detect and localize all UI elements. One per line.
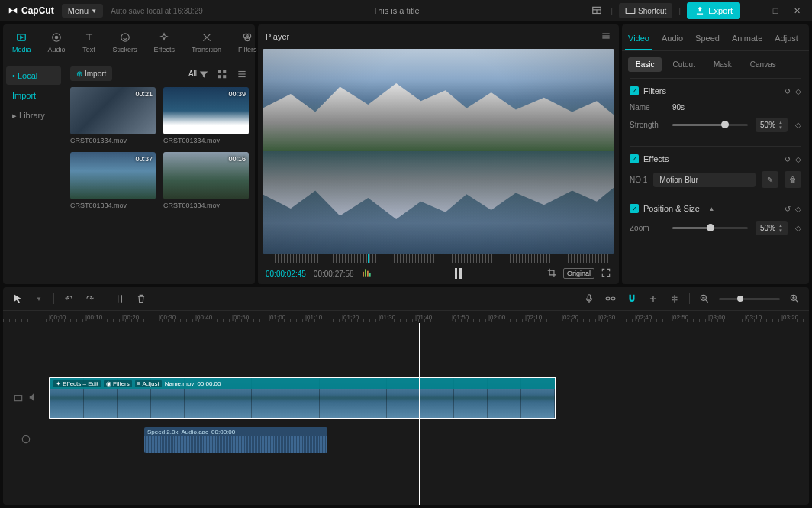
delete-icon[interactable] bbox=[134, 292, 148, 306]
expand-icon[interactable]: ▲ bbox=[709, 205, 715, 212]
select-dropdown[interactable]: ▼ bbox=[32, 292, 46, 306]
snap-icon[interactable] bbox=[646, 292, 660, 306]
import-button[interactable]: ⊕ Import bbox=[70, 66, 112, 81]
reset-icon[interactable]: ↺ bbox=[785, 87, 791, 95]
track-mute-icon[interactable] bbox=[28, 392, 39, 404]
split-icon[interactable] bbox=[113, 292, 127, 306]
tab-animate[interactable]: Animate bbox=[729, 31, 765, 50]
zoom-slider[interactable] bbox=[672, 227, 748, 229]
svg-rect-15 bbox=[223, 75, 226, 78]
export-button[interactable]: Export bbox=[687, 2, 740, 19]
audio-track-icon[interactable] bbox=[21, 434, 31, 446]
effect-name: Motion Blur bbox=[653, 173, 756, 187]
sidebar-local[interactable]: • Local bbox=[6, 66, 61, 85]
sidebar-library[interactable]: ▸ Library bbox=[6, 106, 61, 125]
subtab-canvas[interactable]: Canvas bbox=[743, 57, 784, 72]
media-item[interactable]: 00:37CRST001334.mov bbox=[70, 152, 156, 209]
reset-icon[interactable]: ↺ bbox=[785, 205, 791, 213]
timeline-tracks: ✦ Effects – Edit ◉ Filters ≡ Adjust Name… bbox=[3, 323, 809, 505]
close-button[interactable]: ✕ bbox=[789, 3, 804, 18]
strength-value[interactable]: 50%▲▼ bbox=[756, 118, 788, 132]
view-grid-icon[interactable] bbox=[215, 69, 229, 79]
keyframe-icon[interactable]: ◇ bbox=[795, 205, 801, 213]
keyframe-icon[interactable]: ◇ bbox=[795, 87, 801, 95]
media-item[interactable]: 00:16CRST001334.mov bbox=[163, 152, 249, 209]
menu-button[interactable]: Menu ▼ bbox=[62, 4, 103, 18]
keyframe-icon[interactable]: ◇ bbox=[795, 224, 801, 232]
keyframe-icon[interactable]: ◇ bbox=[795, 121, 801, 129]
reset-icon[interactable]: ↺ bbox=[785, 155, 791, 163]
strength-label: Strength bbox=[630, 121, 665, 129]
inspector-subtabs: Basic Cutout Mask Canvas bbox=[622, 51, 809, 78]
subtab-cutout[interactable]: Cutout bbox=[665, 57, 702, 72]
undo-icon[interactable]: ↶ bbox=[62, 292, 76, 306]
edit-effect-icon[interactable]: ✎ bbox=[762, 171, 778, 188]
link-icon[interactable] bbox=[604, 292, 617, 306]
media-icon bbox=[14, 31, 28, 44]
tab-filters[interactable]: Filters bbox=[235, 29, 260, 55]
keyframe-icon[interactable]: ◇ bbox=[795, 155, 801, 163]
filter-all[interactable]: All bbox=[188, 69, 209, 79]
aspect-original[interactable]: Original bbox=[563, 268, 594, 279]
strength-slider[interactable] bbox=[672, 124, 748, 126]
name-label: Name bbox=[630, 103, 665, 112]
svg-rect-22 bbox=[362, 272, 364, 277]
layout-icon[interactable] bbox=[589, 3, 604, 18]
effects-icon bbox=[157, 31, 171, 44]
tab-audio[interactable]: Audio bbox=[659, 31, 686, 50]
timeline-ruler[interactable]: |00:00|00:10|00:20|00:30|00:40|00:50|01:… bbox=[3, 311, 809, 323]
tab-speed[interactable]: Speed bbox=[692, 31, 723, 50]
media-item[interactable]: 00:21CRST001334.mov bbox=[70, 87, 156, 144]
zoom-in-icon[interactable] bbox=[788, 292, 801, 306]
section-position: ✓ Position & Size ▲ ↺◇ Zoom 50%▲▼ ◇ bbox=[630, 196, 801, 249]
zoom-value[interactable]: 50%▲▼ bbox=[756, 221, 788, 235]
delete-effect-icon[interactable]: 🗑 bbox=[785, 171, 801, 188]
magnet-icon[interactable] bbox=[625, 292, 639, 306]
media-item[interactable]: 00:39CRST001334.mov bbox=[163, 87, 249, 144]
video-clip[interactable]: ✦ Effects – Edit ◉ Filters ≡ Adjust Name… bbox=[49, 377, 556, 419]
playhead[interactable] bbox=[419, 323, 420, 505]
tab-stickers[interactable]: Stickers bbox=[110, 29, 140, 55]
project-title[interactable]: This is a title bbox=[211, 6, 582, 15]
timeline-zoom-slider[interactable] bbox=[719, 298, 780, 300]
minimize-button[interactable]: ─ bbox=[746, 3, 762, 18]
audio-clip[interactable]: Speed 2.0x Audio.aac 00:00:00 bbox=[144, 427, 327, 453]
zoom-out-icon[interactable] bbox=[698, 292, 711, 306]
view-list-icon[interactable] bbox=[235, 69, 249, 79]
subtab-basic[interactable]: Basic bbox=[628, 57, 662, 72]
tab-media[interactable]: Media bbox=[9, 29, 34, 55]
player-menu-icon[interactable] bbox=[601, 31, 611, 43]
clip-adjust-badge[interactable]: ≡ Adjust bbox=[135, 380, 162, 387]
maximize-button[interactable]: □ bbox=[768, 3, 783, 18]
tab-transition[interactable]: Transition bbox=[188, 29, 224, 55]
tab-text[interactable]: Text bbox=[79, 29, 99, 55]
clip-filters-badge[interactable]: ◉ Filters bbox=[104, 380, 132, 387]
crop-icon[interactable] bbox=[546, 267, 557, 280]
app-logo: CapCut bbox=[8, 5, 54, 16]
shortcut-button[interactable]: Shortcut bbox=[619, 3, 672, 18]
filters-checkbox[interactable]: ✓ bbox=[630, 86, 639, 95]
redo-icon[interactable]: ↷ bbox=[83, 292, 97, 306]
clip-name: Name.mov bbox=[165, 380, 195, 387]
audio-speed-badge: Speed 2.0x bbox=[147, 429, 178, 435]
tab-effects[interactable]: Effects bbox=[151, 29, 178, 55]
track-lock-icon[interactable] bbox=[13, 392, 24, 404]
tab-video[interactable]: Video bbox=[625, 31, 652, 50]
sidebar-import[interactable]: Import bbox=[6, 86, 61, 105]
effects-checkbox[interactable]: ✓ bbox=[630, 154, 639, 163]
select-tool-icon[interactable] bbox=[11, 292, 24, 306]
levels-icon[interactable] bbox=[362, 267, 372, 280]
position-checkbox[interactable]: ✓ bbox=[630, 204, 639, 213]
tab-audio[interactable]: Audio bbox=[45, 29, 69, 55]
capcut-logo-icon bbox=[8, 5, 18, 16]
subtab-mask[interactable]: Mask bbox=[706, 57, 740, 72]
clip-effects-badge[interactable]: ✦ Effects – Edit bbox=[53, 380, 101, 387]
mic-icon[interactable] bbox=[582, 292, 596, 306]
player-viewport[interactable] bbox=[263, 49, 614, 254]
fullscreen-icon[interactable] bbox=[601, 267, 611, 280]
align-icon[interactable] bbox=[668, 292, 682, 306]
player-scrubber[interactable] bbox=[263, 254, 614, 263]
tab-adjust[interactable]: Adjust bbox=[772, 31, 801, 50]
pause-button[interactable] bbox=[455, 268, 464, 279]
titlebar: CapCut Menu ▼ Auto save local at 16:30:2… bbox=[0, 0, 812, 21]
